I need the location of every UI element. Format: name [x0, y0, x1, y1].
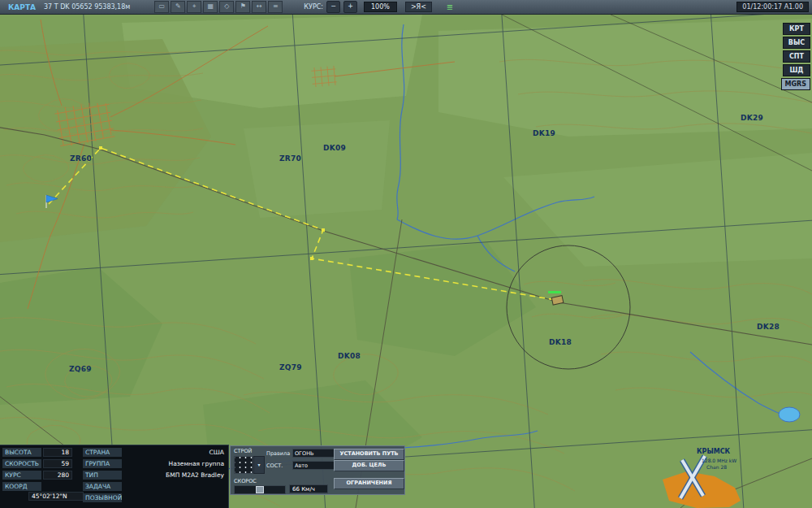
- grid-square-label: ZR70: [279, 154, 301, 163]
- callsign-label: ПОЗЫВНОЙ: [83, 493, 122, 502]
- speed-slider-label: СКОРОС: [234, 478, 257, 484]
- unit-control-panel: СТРОЙ ▾ Правила ОГОНЬ ▼ СОСТ. Авто ▼ УСТ…: [230, 445, 405, 495]
- flag-tool-icon[interactable]: ⚑: [235, 1, 250, 13]
- set-path-button[interactable]: УСТАНОВИТЬ ПУТЬ: [334, 449, 404, 460]
- speed-slider-handle[interactable]: [256, 486, 264, 493]
- unit-info-panel: ВЫСОТА 18 СКОРОСТЬ 59 КУРС 280 КООРД 45°…: [0, 445, 229, 508]
- draw-tool-icon[interactable]: ✎: [171, 1, 185, 13]
- waypoint-marker[interactable]: [310, 257, 313, 260]
- country-value: США: [122, 449, 226, 456]
- add-target-button[interactable]: ДОБ. ЦЕЛЬ: [334, 460, 404, 471]
- dcs-f10-map-screen: { "top_bar": { "map_label": "КАРТА", "co…: [0, 0, 812, 508]
- airfield-channel: Chan 28: [706, 464, 727, 470]
- grid-square-label: DK29: [741, 114, 763, 122]
- state-dropdown[interactable]: Авто ▼: [292, 461, 339, 470]
- coord-label: КООРД: [2, 482, 41, 491]
- speed-label: СКОРОСТЬ: [2, 459, 41, 468]
- map-layer-button-mgrs[interactable]: MGRS: [781, 78, 810, 90]
- marker-tool-icon[interactable]: ◇: [219, 1, 234, 13]
- course-value: 280: [43, 471, 72, 480]
- speed-slider[interactable]: [234, 485, 286, 494]
- formation-dropdown-arrow-icon[interactable]: ▾: [253, 456, 265, 474]
- grid-square-label: ZR60: [70, 154, 92, 163]
- group-label: ГРУППА: [83, 459, 122, 468]
- zoom-out-button[interactable]: −: [326, 1, 340, 13]
- zoom-in-button[interactable]: +: [343, 1, 357, 13]
- altitude-value: 18: [43, 448, 72, 457]
- status-list-icon[interactable]: ≣: [447, 2, 453, 12]
- group-value: Наземная группа: [122, 460, 226, 467]
- map-layer-button-shd[interactable]: ШД: [783, 64, 810, 76]
- grid-square-label: DK08: [338, 352, 361, 360]
- map-options-panel: КРТ ВЫС СПТ ШД MGRS: [781, 23, 810, 90]
- grid-square-label: DK19: [533, 129, 555, 137]
- course-label: КУРС:: [304, 3, 323, 11]
- altitude-label: ВЫСОТА: [2, 448, 41, 457]
- grid-square-label: ZQ69: [69, 365, 92, 373]
- layers-tool-icon[interactable]: ≡: [268, 1, 283, 13]
- course-label: КУРС: [2, 471, 41, 480]
- zoom-level: 100%: [364, 2, 397, 12]
- state-label: СОСТ.: [266, 462, 283, 469]
- speed-slider-value: 66 Км/ч: [289, 484, 328, 493]
- type-value: БМП M2A2 Bradley: [122, 471, 226, 479]
- map-canvas[interactable]: [0, 15, 812, 508]
- grid-square-label: DK28: [757, 323, 780, 331]
- lake: [779, 407, 800, 422]
- type-label: ТИП: [83, 471, 122, 480]
- country-label: СТРАНА: [83, 448, 122, 457]
- map-layer-button-krt[interactable]: КРТ: [783, 23, 810, 35]
- formation-selector[interactable]: [234, 456, 253, 474]
- grid-square-label: DK18: [549, 338, 572, 346]
- mission-time: 01/12:00:17 A1.00: [736, 2, 809, 12]
- measure-tool-icon[interactable]: ↔: [252, 1, 266, 13]
- waypoint-marker[interactable]: [322, 228, 325, 232]
- roe-label: Правила: [266, 450, 290, 457]
- unit-health-bar: [548, 291, 561, 293]
- roe-dropdown[interactable]: ОГОНЬ ▼: [292, 449, 339, 458]
- formation-label: СТРОЙ: [234, 448, 252, 454]
- roe-value: ОГОНЬ: [295, 450, 314, 457]
- airfield-frequency: 128.0 MHz kW: [702, 458, 736, 463]
- map-layer-button-vys[interactable]: ВЫС: [783, 37, 810, 49]
- target-tool-icon[interactable]: ⌖: [187, 1, 201, 13]
- waypoint-marker[interactable]: [99, 146, 102, 150]
- grid-tool-icon[interactable]: ▦: [203, 1, 218, 13]
- center-on-player-button[interactable]: >Я<: [405, 2, 432, 12]
- unit-telemetry-column: ВЫСОТА 18 СКОРОСТЬ 59 КУРС 280 КООРД 45°…: [2, 448, 80, 501]
- pan-tool-icon[interactable]: ▭: [154, 1, 169, 13]
- state-value: Авто: [295, 462, 308, 469]
- top-bar: КАРТА 37 T DK 05652 95383,18м ▭ ✎ ⌖ ▦ ◇ …: [0, 0, 812, 15]
- map-toolbar: ▭ ✎ ⌖ ▦ ◇ ⚑ ↔ ≡: [154, 1, 283, 13]
- cursor-coordinates: 37 T DK 05652 95383,18м: [44, 3, 130, 11]
- airfield-name: КРЫМСК: [697, 448, 730, 455]
- speed-value: 59: [43, 459, 72, 468]
- task-label: ЗАДАЧА: [83, 482, 122, 491]
- map-tab[interactable]: КАРТА: [3, 3, 41, 11]
- map-view[interactable]: ZR60 ZR70 DK09 DK19 DK29 DK28 DK18 DK08 …: [0, 15, 812, 508]
- unit-identity-column: СТРАНА США ГРУППА Наземная группа ТИП БМ…: [83, 448, 226, 505]
- grid-square-label: DK09: [323, 144, 346, 152]
- restrictions-button[interactable]: ОГРАНИЧЕНИЯ: [334, 478, 404, 489]
- map-layer-button-spt[interactable]: СПТ: [783, 50, 810, 63]
- coord-value: 45°02'12"N: [28, 492, 84, 501]
- grid-square-label: ZQ79: [279, 363, 302, 371]
